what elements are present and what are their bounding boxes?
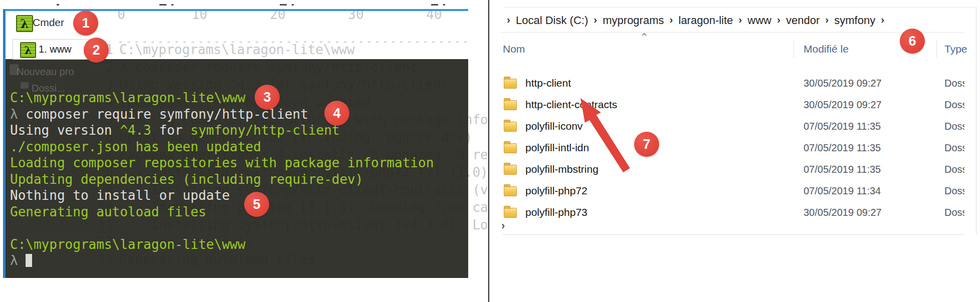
explorer-top-line [504,7,976,8]
breadcrumb-chevron-icon: › [501,14,516,26]
breadcrumb-divider [501,32,964,33]
callout-badge-2: 2 [84,38,109,63]
terminal-console[interactable]: Nouveau pro Dossi... C:\myprograms\larag… [6,59,468,278]
terminal-text-segment: ./composer.json has been updated [10,139,261,154]
sort-ascending-icon: ⌃ [640,31,649,44]
terminal-line: Nothing to install or update [10,187,434,204]
breadcrumb-item-symfony[interactable]: symfony [834,14,875,27]
breadcrumb-chevron-icon: › [875,14,890,26]
ghost-desktop-label: Nouveau pro [17,66,74,78]
cmder-lambda-icon: λ [16,15,33,32]
terminal-line: λ [10,252,434,269]
chevron-right-icon: › [501,219,505,232]
ghost-desktop-folder-icon [21,82,29,89]
callout-badge-1: 1 [73,11,98,36]
terminal-text-segment: C:\myprograms\laragon-lite\www [10,237,246,252]
red-arrow-annotation [551,90,652,175]
terminal-text-segment: symfony/http-client [190,123,339,138]
file-modified-date: 30/05/2019 09:27 [804,207,882,218]
file-type: Dossier de fichiers [944,99,964,111]
breadcrumb-item-laragon-lite[interactable]: laragon-lite [679,14,733,27]
breadcrumb: ›Local Disk (C:)›myprograms›laragon-lite… [501,12,890,29]
breadcrumb-chevron-icon: › [664,14,679,26]
terminal-text-segment: Updating dependencies (including require… [10,172,363,187]
folder-icon [504,208,517,218]
file-row-polyfill-php73[interactable]: polyfill-php7330/05/2019 09:27Dossier de… [501,202,964,224]
cmder-window-top-border [3,9,468,11]
breadcrumb-chevron-icon: › [733,14,747,26]
screenshot-stage: 010203040 1C:\myprograms\laragon-lite\ww… [0,0,980,302]
terminal-text-segment: Using version [10,123,120,138]
terminal-line: λ composer require symfony/http-client [10,106,434,123]
breadcrumb-item-www[interactable]: www [747,14,771,27]
terminal-line: Updating dependencies (including require… [10,171,434,188]
terminal-text-segment: λ [10,107,26,122]
file-name: polyfill-php73 [525,206,587,218]
column-separator[interactable] [936,40,937,58]
terminal-text-segment: for [151,123,190,138]
terminal-line: Loading composer repositories with packa… [10,155,434,171]
folder-icon [504,122,517,132]
folder-icon [504,79,517,89]
breadcrumb-chevron-icon: › [771,14,786,26]
terminal-line: ./composer.json has been updated [10,139,434,155]
terminal-text-segment: ^4.3 [120,123,151,138]
folder-icon [504,100,517,110]
file-type: Dossier de fichiers [944,164,964,175]
column-header-modified[interactable]: Modifié le [804,43,849,55]
terminal-line: C:\myprograms\laragon-lite\www [10,90,434,106]
breadcrumb-item-myprograms[interactable]: myprograms [603,14,664,27]
terminal-line: Generating autoload files [10,204,434,220]
cmder-tab-label: 1. www [39,44,72,55]
callout-badge-4: 4 [324,101,349,126]
terminal-text-segment: C:\myprograms\laragon-lite\www [10,90,246,105]
folder-icon [504,143,517,153]
file-modified-date: 07/05/2019 11:35 [804,121,881,132]
terminal-text-segment: Loading composer repositories with packa… [10,155,434,170]
file-modified-date: 07/05/2019 11:34 [804,185,881,197]
terminal-text-segment: λ [10,253,26,268]
file-type: Dossier de fichiers [944,207,964,218]
cmder-window-title: Cmder [33,17,64,29]
explorer-right-border [976,7,976,234]
file-type: Dossier de fichiers [944,185,964,197]
column-header-name[interactable]: Nom [503,43,525,55]
breadcrumb-item-vendor[interactable]: vendor [786,14,820,27]
cmder-tab-lambda-icon: λ [20,42,36,58]
explorer-bottom-line [503,234,964,235]
breadcrumb-chevron-icon: › [588,14,603,26]
file-type: Dossier de fichiers [944,142,964,154]
callout-badge-7: 7 [634,132,659,157]
folder-icon [504,186,517,196]
file-row-polyfill-php72[interactable]: polyfill-php7207/05/2019 11:34Dossier de… [501,181,964,202]
column-header-type[interactable]: Type [944,43,967,55]
terminal-line [10,220,434,236]
file-modified-date: 30/05/2019 09:27 [804,78,882,89]
breadcrumb-item-local-disk-c-[interactable]: Local Disk (C:) [516,14,588,27]
terminal-line: C:\myprograms\laragon-lite\www [10,236,434,253]
terminal-text-segment: Generating autoload files [10,204,206,219]
folder-icon [504,165,517,175]
file-modified-date: 30/05/2019 09:27 [804,99,882,111]
file-modified-date: 07/05/2019 11:35 [804,142,881,154]
cmder-window-left-border [3,9,6,278]
breadcrumb-chevron-icon: › [820,14,834,26]
column-separator[interactable] [794,40,794,58]
callout-badge-3: 3 [255,85,280,110]
file-type: Dossier de fichiers [944,78,964,89]
terminal-cursor [26,254,32,267]
callout-badge-5: 5 [244,192,269,217]
file-type: Dossier de fichiers [944,121,964,132]
terminal-output: C:\myprograms\laragon-lite\wwwλ composer… [10,90,434,269]
callout-badge-6: 6 [900,29,925,54]
file-name: http-client [525,77,571,89]
terminal-text-segment: Nothing to install or update [10,188,230,203]
file-name: polyfill-php72 [525,185,587,197]
ghost-line-text: C:\myprograms\laragon-lite\www [119,42,355,57]
file-modified-date: 07/05/2019 11:35 [804,164,881,175]
terminal-line: Using version ^4.3 for symfony/http-clie… [10,122,434,139]
